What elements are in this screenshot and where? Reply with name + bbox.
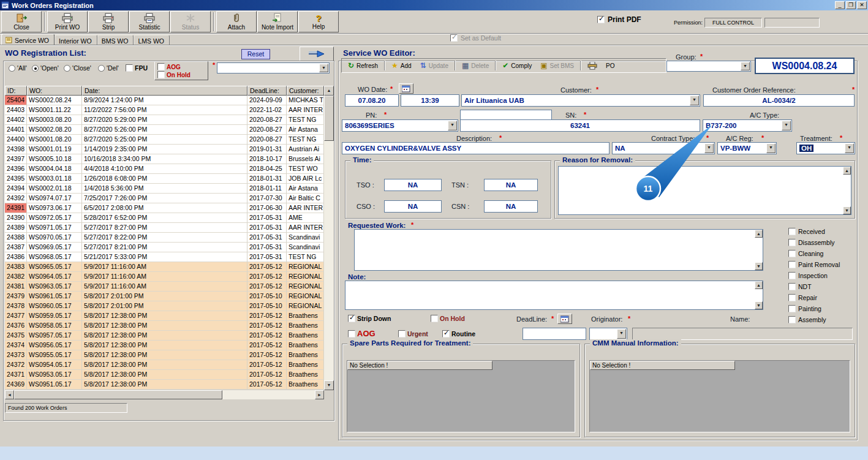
chevron-down-icon[interactable] (319, 64, 328, 72)
table-row[interactable]: 24372WS0954.05.175/8/2017 12:38:00 PM201… (5, 360, 334, 370)
note-import-button[interactable]: Note Import (257, 11, 298, 32)
table-row[interactable]: 24374WS0956.05.175/8/2017 12:38:00 PM201… (5, 341, 334, 350)
po-button[interactable]: PO (602, 61, 618, 70)
deadline-field[interactable] (523, 328, 586, 340)
deadline-calendar-button[interactable] (557, 314, 572, 324)
chevron-down-icon[interactable] (741, 62, 750, 70)
wo-date-calendar-button[interactable] (399, 83, 413, 94)
filter-aog-checkbox[interactable]: AOG (157, 63, 181, 70)
chevron-down-icon[interactable] (782, 121, 791, 130)
customer-combobox[interactable]: Air Lituanica UAB (461, 94, 700, 107)
reset-button[interactable]: Reset (241, 49, 270, 59)
table-row[interactable]: 24394WS0002.01.181/4/2018 5:36:00 PM2018… (5, 184, 334, 194)
table-row[interactable]: 24403WS0001.11.2211/2/2022 7:56:00 PM202… (5, 105, 334, 115)
scroll-left-button[interactable]: ◄ (5, 390, 14, 399)
filter-radio-all[interactable]: 'All' (9, 64, 27, 72)
table-row[interactable]: 24387WS0969.05.175/27/2017 8:21:00 PM201… (5, 243, 334, 252)
table-row[interactable]: 24378WS0960.05.175/8/2017 2:01:00 PM2017… (5, 301, 334, 311)
table-row[interactable]: 24383WS0965.05.175/9/2017 11:16:00 AM201… (5, 262, 334, 272)
table-row[interactable]: 24386WS0968.05.175/21/2017 5:33:00 PM201… (5, 252, 334, 262)
checkbox-assembly[interactable]: Assembly (788, 316, 826, 323)
comply-button[interactable]: ✔Comply (499, 61, 535, 70)
table-row[interactable]: 24388WS0970.05.175/27/2017 8:22:00 PM201… (5, 233, 334, 243)
column-header-wo[interactable]: WO: (27, 86, 82, 96)
requested-work-textarea[interactable] (354, 229, 763, 271)
scroll-down-button[interactable] (755, 262, 763, 270)
pn-combobox[interactable]: 806369SERIES (342, 119, 458, 132)
table-row[interactable]: 24382WS0964.05.175/9/2017 11:16:00 AM201… (5, 272, 334, 282)
aog-checkbox[interactable]: AOG (348, 329, 376, 338)
table-row[interactable]: 24392WS0974.07.177/25/2017 7:26:00 PM201… (5, 194, 334, 203)
table-row[interactable]: 24373WS0955.05.175/8/2017 12:38:00 PM201… (5, 350, 334, 360)
tab-lms-wo[interactable]: LMS WO (134, 35, 170, 45)
column-header-date[interactable]: Date: (82, 86, 247, 96)
csn-field[interactable]: NA (484, 200, 538, 213)
checkbox-disassembly[interactable]: Disassembly (788, 239, 835, 246)
strip-button[interactable]: Strip (88, 11, 129, 32)
table-row[interactable]: 24397WS0005.10.1810/16/2018 3:34:00 PM20… (5, 154, 334, 164)
checkbox-painting[interactable]: Painting (788, 305, 821, 312)
print-wo-button[interactable]: Print WO (47, 11, 88, 32)
chevron-down-icon[interactable] (448, 121, 457, 130)
cso-field[interactable]: NA (384, 200, 442, 213)
urgent-checkbox[interactable]: Urgent (398, 330, 428, 337)
table-row[interactable]: 24400WS0001.08.208/27/2020 5:25:00 PM202… (5, 135, 334, 145)
go-arrow-button[interactable] (300, 47, 334, 61)
reason-textarea[interactable] (558, 166, 851, 215)
table-row[interactable]: 24402WS0003.08.208/27/2020 5:29:00 PM202… (5, 115, 334, 125)
checkbox-ndt[interactable]: NDT (788, 283, 812, 290)
column-header-id[interactable]: ID: (5, 86, 27, 96)
scroll-up-button[interactable] (755, 281, 763, 289)
table-row[interactable]: 24391WS0973.06.176/5/2017 2:08:00 PM2017… (5, 203, 334, 213)
column-header-customer[interactable]: Customer: (287, 86, 324, 96)
actype-combobox[interactable]: B737-200 (703, 119, 792, 132)
description-field[interactable]: OXYGEN CYLINDER&VALVE ASSY (342, 142, 609, 154)
table-row[interactable]: 24390WS0972.05.175/28/2017 6:52:00 PM201… (5, 213, 334, 223)
originator-combobox[interactable] (589, 328, 627, 340)
statistic-button[interactable]: Statistic (129, 11, 170, 32)
tab-bms-wo[interactable]: BMS WO (97, 35, 134, 45)
filter-fpu-checkbox[interactable]: FPU (126, 64, 148, 72)
table-row[interactable]: 24401WS0002.08.208/27/2020 5:26:00 PM202… (5, 125, 334, 135)
table-row[interactable]: 25404WS0002.08.248/9/2024 1:24:00 PM2024… (5, 96, 334, 105)
attach-button[interactable]: Attach (216, 11, 257, 32)
customer-filter-combobox[interactable] (217, 62, 330, 74)
column-header-deadline[interactable]: DeadLine: (247, 86, 287, 96)
table-row[interactable]: 24377WS0959.05.175/8/2017 12:38:00 PM201… (5, 311, 334, 321)
scroll-down-button[interactable] (843, 206, 851, 214)
table-row[interactable]: 24375WS0957.05.175/8/2017 12:38:00 PM201… (5, 331, 334, 341)
treatment-combobox[interactable]: OH (796, 142, 855, 154)
po-print-button[interactable] (584, 61, 601, 71)
h-scrollbar-thumb[interactable] (14, 390, 222, 399)
tsn-field[interactable]: NA (484, 179, 538, 191)
table-row[interactable]: 24395WS0003.01.181/26/2018 6:08:00 PM201… (5, 174, 334, 184)
table-row[interactable]: 24398WS0001.01.191/14/2019 2:35:00 PM201… (5, 145, 334, 154)
group-combobox[interactable] (666, 61, 751, 72)
name-field[interactable] (632, 328, 853, 340)
tso-field[interactable]: NA (384, 179, 442, 191)
checkbox-paint-removal[interactable]: Paint Removal (788, 261, 840, 268)
table-row[interactable]: 24376WS0958.05.175/8/2017 12:38:00 PM201… (5, 321, 334, 331)
minimize-button[interactable] (835, 1, 845, 9)
table-row[interactable]: 24379WS0961.05.175/8/2017 2:01:00 PM2017… (5, 292, 334, 301)
scroll-up-button[interactable]: ▲ (324, 86, 334, 96)
print-pdf-option[interactable]: Print PDF (597, 15, 641, 24)
print-pdf-checkbox[interactable] (597, 16, 605, 23)
on-hold-checkbox[interactable]: On Hold (431, 315, 465, 322)
filter-on-hold-checkbox[interactable]: On Hold (157, 71, 191, 78)
checkbox-cleaning[interactable]: Cleaning (788, 250, 823, 257)
scroll-up-button[interactable] (843, 167, 851, 175)
table-row[interactable]: 24389WS0971.05.175/27/2017 8:27:00 PM201… (5, 223, 334, 233)
contract-type-combobox[interactable]: NA (612, 142, 715, 154)
wo-date-field[interactable]: 07.08.20 (345, 94, 399, 107)
note-textarea[interactable] (345, 281, 763, 310)
acreg-combobox[interactable]: VP-BWW (717, 142, 777, 154)
chevron-down-icon[interactable] (690, 96, 699, 105)
routine-checkbox[interactable]: Routine (442, 330, 475, 337)
scroll-right-button[interactable]: ► (315, 390, 324, 399)
scroll-down-button[interactable] (755, 301, 763, 309)
tab-service-wo[interactable]: Service WO (1, 34, 55, 45)
sn-field[interactable]: 63241 (460, 119, 700, 132)
scroll-up-button[interactable] (755, 230, 763, 238)
scroll-down-button[interactable]: ▼ (324, 380, 334, 390)
